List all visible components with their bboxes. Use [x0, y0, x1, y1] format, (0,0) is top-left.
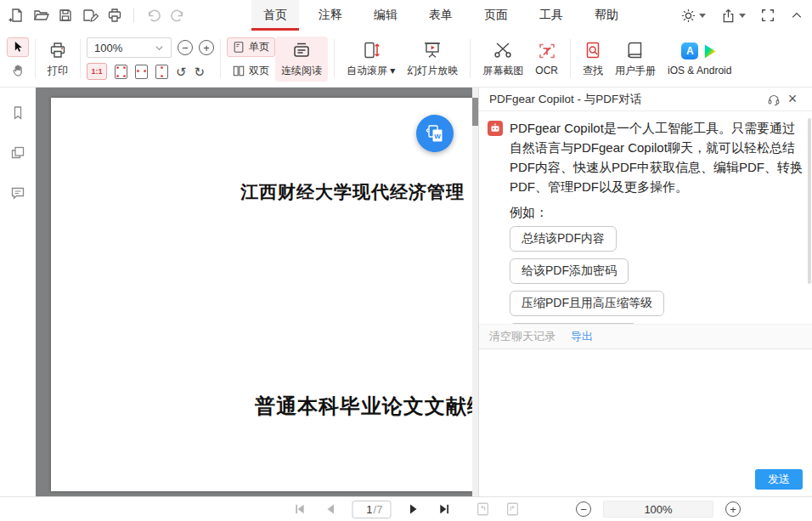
redo-button[interactable]	[168, 6, 187, 25]
last-page-button[interactable]	[436, 501, 453, 518]
share-button[interactable]	[720, 8, 746, 24]
tab-tools[interactable]: 工具	[527, 0, 575, 31]
slideshow-label: 幻灯片放映	[407, 64, 458, 78]
status-zoom-out-button[interactable]: −	[576, 501, 591, 517]
divider	[470, 39, 471, 78]
save-icon	[57, 7, 74, 24]
copilot-panel: PDFgear Copilot - 与PDF对话 × PDFgear Copil…	[478, 88, 812, 496]
suggestion-partial[interactable]	[510, 323, 637, 324]
view-history	[475, 501, 522, 518]
caret-down-icon	[739, 14, 746, 18]
select-tool-button[interactable]	[7, 37, 29, 57]
status-zoom-in-button[interactable]: +	[725, 501, 741, 517]
ocr-icon	[537, 41, 557, 61]
export-button[interactable]: 导出	[571, 329, 593, 344]
pdf-page[interactable]: 江西财经大学现代经济管理 普通本科毕业论文文献综	[51, 98, 472, 491]
theme-button[interactable]	[680, 8, 706, 24]
close-panel-button[interactable]: ×	[783, 90, 802, 109]
printer-icon	[106, 7, 123, 24]
next-view-button[interactable]	[505, 501, 522, 518]
page-layout-group: 单页 双页	[227, 37, 275, 81]
copilot-messages[interactable]: PDFgear Copilot是一个人工智能工具。只需要通过自然语言与PDFge…	[479, 111, 812, 324]
screenshot-button[interactable]: 屏幕截图	[476, 37, 529, 82]
document-subtitle-text: 普通本科毕业论文文献综	[255, 393, 478, 420]
single-page-button[interactable]: 单页	[227, 37, 275, 57]
fullscreen-button[interactable]	[760, 8, 775, 23]
zoom-out-button[interactable]: −	[178, 40, 193, 55]
headset-icon	[766, 92, 781, 107]
fullscreen-icon	[760, 8, 775, 23]
robot-avatar-icon	[488, 121, 503, 136]
user-manual-button[interactable]: 用户手册	[609, 37, 662, 82]
zoom-controls: − 100% +	[576, 497, 741, 521]
thumbnails-panel-button[interactable]	[7, 142, 29, 164]
zoom-level-select[interactable]: 100%	[87, 37, 172, 58]
find-label: 查找	[583, 64, 603, 78]
tab-annotate[interactable]: 注释	[307, 0, 354, 31]
print-button[interactable]: 打印	[42, 37, 74, 82]
mobile-apps-button[interactable]: A iOS & Android	[662, 37, 737, 80]
convert-to-word-button[interactable]: W	[416, 115, 454, 152]
zoom-level-value: 100%	[94, 42, 122, 54]
cursor-arrow-icon	[11, 40, 25, 54]
copilot-input-area: 发送	[479, 349, 812, 496]
left-sidebar	[0, 88, 36, 496]
continuous-reading-button[interactable]: 连续阅读	[275, 37, 328, 82]
next-page-button[interactable]	[405, 501, 422, 518]
redo-icon	[170, 8, 186, 24]
actual-size-button[interactable]: 1:1	[87, 63, 107, 80]
save-button[interactable]	[56, 6, 75, 25]
page-number-box[interactable]: /7	[352, 501, 392, 518]
double-page-button[interactable]: 双页	[227, 61, 275, 81]
save-as-button[interactable]	[81, 6, 99, 25]
zoom-percentage[interactable]: 100%	[603, 501, 713, 518]
pdf-viewer[interactable]: 江西财经大学现代经济管理 普通本科毕业论文文献综 W	[36, 88, 478, 496]
comments-panel-button[interactable]	[7, 182, 29, 204]
copilot-title: PDFgear Copilot - 与PDF对话	[489, 92, 764, 107]
next-page-icon	[408, 503, 419, 515]
ocr-button[interactable]: OCR	[529, 37, 564, 80]
auto-scroll-button[interactable]: 自动滚屏 ▾	[341, 37, 401, 82]
send-button[interactable]: 发送	[755, 469, 803, 490]
tab-page[interactable]: 页面	[472, 0, 520, 31]
suggestion-compress[interactable]: 压缩PDF且用高压缩等级	[510, 291, 664, 316]
ribbon-tabs: 首页 注释 编辑 表单 页面 工具 帮助	[251, 0, 638, 31]
hand-tool-button[interactable]	[7, 61, 29, 81]
new-file-button[interactable]	[7, 6, 25, 25]
single-page-icon	[233, 41, 245, 54]
fit-width-button[interactable]	[135, 65, 148, 79]
slideshow-button[interactable]: 幻灯片放映	[401, 37, 464, 82]
tab-form[interactable]: 表单	[417, 0, 465, 31]
previous-page-button[interactable]	[322, 501, 339, 518]
find-button[interactable]: 查找	[577, 37, 609, 82]
zoom-in-button[interactable]: +	[199, 40, 214, 55]
bookmarks-panel-button[interactable]	[7, 102, 29, 124]
continuous-reading-icon	[291, 40, 312, 60]
tab-edit[interactable]: 编辑	[362, 0, 409, 31]
viewer-scrollbar-thumb[interactable]	[472, 98, 478, 126]
example-label: 例如：	[510, 205, 807, 221]
page-number-input[interactable]	[361, 503, 373, 516]
fit-page-button[interactable]	[115, 65, 127, 79]
first-page-button[interactable]	[291, 501, 308, 518]
undo-button[interactable]	[144, 6, 162, 25]
clear-history-button[interactable]: 清空聊天记录	[489, 329, 555, 344]
bot-message-text: PDFgear Copilot是一个人工智能工具。只需要通过自然语言与PDFge…	[510, 118, 807, 196]
tab-home[interactable]: 首页	[251, 0, 299, 31]
support-button[interactable]	[764, 90, 783, 109]
previous-view-button[interactable]	[475, 501, 492, 518]
quick-print-button[interactable]	[105, 6, 124, 25]
copilot-scrollbar-thumb[interactable]	[808, 118, 811, 284]
viewer-scrollbar[interactable]	[472, 88, 478, 496]
suggestion-password[interactable]: 给该PDF添加密码	[510, 258, 629, 284]
collapse-ribbon-button[interactable]	[790, 8, 804, 22]
suggestion-summarize[interactable]: 总结该PDF内容	[510, 226, 617, 252]
rotate-right-button[interactable]: ↻	[195, 65, 206, 78]
open-file-button[interactable]	[31, 6, 50, 25]
user-manual-label: 用户手册	[615, 64, 656, 78]
previous-page-icon	[324, 503, 336, 515]
fit-height-button[interactable]	[155, 65, 168, 79]
svg-text:W: W	[434, 133, 441, 140]
tab-help[interactable]: 帮助	[583, 0, 630, 31]
rotate-left-button[interactable]: ↺	[176, 65, 187, 78]
